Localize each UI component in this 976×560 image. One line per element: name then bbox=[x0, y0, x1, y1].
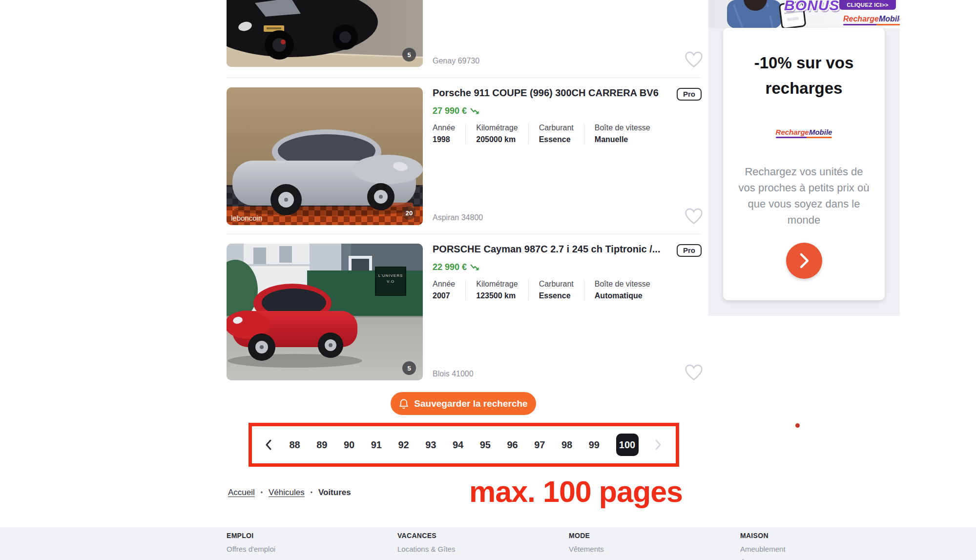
footer-heading: EMPLOI bbox=[227, 532, 319, 539]
listing-price: 22 990 € bbox=[433, 262, 467, 272]
max-pages-annotation: max. 100 pages bbox=[469, 475, 683, 509]
save-search-label: Sauvegarder la recherche bbox=[414, 398, 527, 409]
ad-banner[interactable]: BONUS CLIQUEZ ICI>> RechargeMobile bbox=[708, 0, 900, 28]
page-link-97[interactable]: 97 bbox=[534, 439, 545, 451]
silver-porsche-photo bbox=[227, 87, 423, 225]
page-link-94[interactable]: 94 bbox=[453, 439, 463, 451]
attr-label-kilometrage: Kilométrage bbox=[476, 280, 518, 289]
listing-card-1: 5 Genay 69730 bbox=[227, 0, 702, 78]
attr-label-annee: Année bbox=[433, 124, 455, 132]
page-link-99[interactable]: 99 bbox=[589, 439, 600, 451]
breadcrumb-separator: • bbox=[261, 489, 263, 496]
pro-badge: Pro bbox=[677, 88, 702, 101]
page-link-96[interactable]: 96 bbox=[507, 439, 518, 451]
page-link-90[interactable]: 90 bbox=[344, 439, 354, 451]
attr-value-boite: Manuelle bbox=[595, 135, 650, 144]
chevron-left-icon bbox=[265, 439, 272, 450]
listing-info: Porsche 911 COUPE (996) 300CH CARRERA BV… bbox=[433, 87, 702, 144]
breadcrumb-voitures: Voitures bbox=[318, 488, 351, 498]
footer-link[interactable]: Locations & Gîtes bbox=[397, 545, 457, 553]
footer-column-vacances: VACANCES Locations & Gîtes Chambres d'hô… bbox=[397, 532, 457, 560]
attr-value-annee: 1998 bbox=[433, 135, 455, 144]
attr-label-carburant: Carburant bbox=[539, 280, 574, 289]
page-link-95[interactable]: 95 bbox=[480, 439, 491, 451]
footer: EMPLOI Offres d'emploi Formations Profes… bbox=[0, 527, 976, 560]
footer-link[interactable]: Ameublement bbox=[740, 545, 792, 553]
listing-card-2: leboncoin 20 Porsche 911 COUPE (996) 300… bbox=[227, 78, 702, 234]
previous-page-button[interactable] bbox=[265, 439, 273, 450]
listing-info: PORSCHE Cayman 987C 2.7 i 245 ch Tiptron… bbox=[433, 244, 702, 300]
breadcrumb-vehicules[interactable]: Véhicules bbox=[269, 488, 305, 498]
ad-cliquez-ici-button[interactable]: CLIQUEZ ICI>> bbox=[839, 0, 896, 10]
recharge-mobile-logo: RechargeMobile bbox=[843, 15, 900, 25]
attr-label-annee: Année bbox=[433, 280, 455, 289]
leboncoin-watermark: leboncoin bbox=[231, 214, 262, 222]
footer-heading: MODE bbox=[569, 532, 608, 539]
listing-attributes: Année 1998 Kilométrage 205000 km Carbura… bbox=[433, 124, 702, 144]
ad-body-text: Rechargez vos unités de vos proches à pe… bbox=[723, 164, 885, 228]
footer-heading: MAISON bbox=[740, 532, 792, 539]
photo-count-badge: 5 bbox=[402, 48, 416, 62]
page-link-92[interactable]: 92 bbox=[398, 439, 409, 451]
ad-sidebar: BONUS CLIQUEZ ICI>> RechargeMobile -10% … bbox=[708, 0, 900, 316]
favorite-button[interactable] bbox=[685, 208, 703, 225]
ad-next-button[interactable] bbox=[786, 243, 822, 279]
ad-bonus-text: BONUS bbox=[784, 0, 839, 14]
attr-value-boite: Automatique bbox=[595, 291, 650, 300]
page-link-89[interactable]: 89 bbox=[316, 439, 327, 451]
listing-attributes: Année 2007 Kilométrage 123500 km Carbura… bbox=[433, 280, 702, 300]
pagination: 88 89 90 91 92 93 94 95 96 97 98 99 100 bbox=[249, 423, 679, 467]
listing-location: Genay 69730 bbox=[433, 57, 479, 65]
attr-value-kilometrage: 205000 km bbox=[476, 135, 518, 144]
listing-results: 5 Genay 69730 bbox=[227, 0, 702, 405]
page-link-91[interactable]: 91 bbox=[371, 439, 382, 451]
listing-photo-2[interactable]: leboncoin 20 bbox=[227, 87, 423, 225]
breadcrumb: Accueil • Véhicules • Voitures bbox=[228, 488, 351, 498]
next-page-button[interactable] bbox=[655, 439, 663, 450]
favorite-button[interactable] bbox=[685, 364, 703, 381]
price-trend-down-icon bbox=[470, 107, 480, 115]
attr-value-annee: 2007 bbox=[433, 291, 455, 300]
footer-heading: VACANCES bbox=[397, 532, 457, 539]
leboncoin-results-page: 5 Genay 69730 bbox=[0, 0, 976, 560]
ad-offer-title: -10% sur vos recharges bbox=[723, 50, 885, 101]
footer-column-emploi: EMPLOI Offres d'emploi Formations Profes… bbox=[227, 532, 319, 560]
recharge-mobile-logo-small: RechargeMobile bbox=[723, 128, 885, 138]
red-porsche-photo bbox=[227, 244, 423, 380]
photo-count-badge: 20 bbox=[402, 206, 416, 220]
pro-badge: Pro bbox=[677, 244, 702, 257]
attr-label-boite: Boîte de vitesse bbox=[595, 124, 650, 132]
photo-count-badge: 5 bbox=[402, 361, 416, 375]
page-link-93[interactable]: 93 bbox=[425, 439, 436, 451]
attr-value-carburant: Essence bbox=[539, 135, 574, 144]
attr-value-kilometrage: 123500 km bbox=[476, 291, 518, 300]
breadcrumb-separator: • bbox=[311, 489, 312, 496]
dealer-sign: L'UNIVERS V.O bbox=[375, 273, 406, 285]
attr-label-boite: Boîte de vitesse bbox=[595, 280, 650, 289]
current-page-100[interactable]: 100 bbox=[616, 434, 639, 456]
listing-title[interactable]: PORSCHE Cayman 987C 2.7 i 245 ch Tiptron… bbox=[433, 244, 660, 255]
listing-location: Blois 41000 bbox=[433, 370, 474, 378]
attr-label-carburant: Carburant bbox=[539, 124, 574, 132]
page-link-88[interactable]: 88 bbox=[290, 439, 300, 451]
page-link-98[interactable]: 98 bbox=[561, 439, 572, 451]
black-porsche-photo bbox=[227, 0, 423, 67]
save-search-button[interactable]: Sauvegarder la recherche bbox=[391, 392, 536, 415]
footer-link[interactable]: Offres d'emploi bbox=[227, 545, 319, 553]
heart-icon bbox=[685, 51, 703, 68]
bell-icon bbox=[399, 398, 409, 409]
footer-column-mode: MODE Vêtements Chaussures bbox=[569, 532, 608, 560]
listing-location: Aspiran 34800 bbox=[433, 213, 483, 222]
listing-price: 27 990 € bbox=[433, 106, 467, 116]
ad-card[interactable]: -10% sur vos recharges RechargeMobile Re… bbox=[723, 28, 885, 300]
listing-title[interactable]: Porsche 911 COUPE (996) 300CH CARRERA BV… bbox=[433, 87, 659, 99]
heart-icon bbox=[685, 208, 703, 225]
footer-link[interactable]: Vêtements bbox=[569, 545, 608, 553]
listing-photo-1[interactable]: 5 bbox=[227, 0, 423, 67]
price-trend-down-icon bbox=[470, 264, 480, 271]
favorite-button[interactable] bbox=[685, 51, 703, 68]
attr-value-carburant: Essence bbox=[539, 291, 574, 300]
attr-label-kilometrage: Kilométrage bbox=[476, 124, 518, 132]
listing-photo-3[interactable]: L'UNIVERS V.O 5 bbox=[227, 244, 423, 380]
breadcrumb-accueil[interactable]: Accueil bbox=[228, 488, 255, 498]
